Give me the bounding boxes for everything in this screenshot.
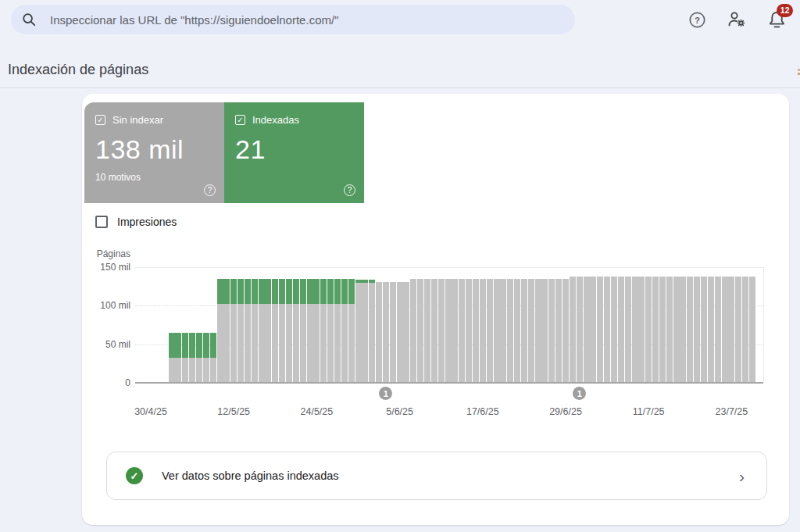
x-axis-label: 23/7/25: [704, 406, 759, 417]
check-circle-icon: [126, 467, 143, 484]
bar-sin-indexar: [577, 277, 583, 382]
url-inspection-search-bar[interactable]: [11, 5, 575, 34]
bar-indexadas: [245, 279, 251, 305]
bar-sin-indexar: [618, 277, 624, 382]
card-sublabel: 10 motivos: [95, 172, 213, 183]
notifications-button[interactable]: 12: [766, 9, 788, 30]
card-indexed[interactable]: Indexadas 21: [224, 102, 364, 203]
account-settings-button[interactable]: [726, 9, 748, 30]
annotation-marker[interactable]: 1: [379, 387, 392, 400]
y-tick: 100 mil: [82, 300, 130, 311]
bar-sin-indexar: [735, 277, 741, 382]
bar-indexadas: [196, 333, 202, 358]
bar-indexadas: [259, 279, 265, 305]
bar-sin-indexar: [584, 277, 590, 382]
bar-sin-indexar: [466, 279, 472, 382]
y-tick: 150 mil: [82, 262, 130, 273]
card-not-indexed[interactable]: Sin indexar 138 mil 10 motivos: [84, 102, 224, 203]
bar-sin-indexar: [570, 277, 576, 382]
checkbox-checked-icon[interactable]: [95, 115, 105, 125]
search-icon: [22, 12, 36, 27]
bar-indexadas: [320, 279, 327, 305]
y-tick: 50 mil: [82, 339, 130, 350]
bar-sin-indexar: [410, 279, 416, 382]
bar-indexadas: [293, 279, 299, 305]
bar-sin-indexar: [383, 282, 389, 382]
bar-sin-indexar: [286, 279, 292, 382]
notifications-count-badge: 12: [777, 4, 793, 17]
impressions-toggle[interactable]: Impresiones: [95, 216, 177, 228]
annotation-marker[interactable]: 1: [573, 387, 586, 400]
gridline: [135, 267, 763, 268]
bar-sin-indexar: [555, 279, 562, 382]
bar-sin-indexar: [452, 279, 458, 382]
bar-indexadas: [348, 279, 355, 305]
bar-sin-indexar: [632, 277, 638, 382]
bar-sin-indexar: [473, 279, 479, 382]
bar-indexadas: [355, 280, 362, 283]
bar-sin-indexar: [196, 333, 202, 382]
bar-sin-indexar: [597, 277, 603, 382]
page-title: Indexación de páginas: [8, 62, 148, 78]
bar-sin-indexar: [431, 279, 438, 382]
bar-sin-indexar: [182, 333, 188, 382]
bar-indexadas: [210, 333, 216, 358]
help-icon: ?: [688, 11, 706, 29]
bar-sin-indexar: [362, 280, 368, 382]
checkbox-unchecked-icon[interactable]: [95, 216, 108, 228]
help-icon[interactable]: [204, 184, 216, 196]
bar-indexadas: [230, 279, 237, 305]
bar-sin-indexar: [694, 277, 700, 382]
help-button[interactable]: ?: [686, 9, 708, 30]
bar-sin-indexar: [279, 279, 285, 382]
x-axis-label: 24/5/25: [289, 406, 344, 417]
title-divider: [0, 87, 800, 88]
page-indexing-panel: Sin indexar 138 mil 10 motivos Indexadas…: [82, 94, 789, 525]
bar-sin-indexar: [521, 279, 527, 382]
bar-indexadas: [175, 333, 181, 358]
bar-sin-indexar: [645, 277, 652, 382]
bar-sin-indexar: [245, 279, 251, 382]
bar-indexadas: [300, 279, 306, 305]
card-label: Sin indexar: [112, 114, 163, 126]
bar-sin-indexar: [500, 279, 506, 382]
bar-sin-indexar: [673, 277, 680, 382]
bar-sin-indexar: [742, 277, 748, 382]
bar-sin-indexar: [390, 282, 396, 382]
bar-indexadas: [279, 279, 285, 305]
y-axis-title: Páginas: [82, 248, 130, 259]
bar-sin-indexar: [320, 279, 327, 382]
help-icon[interactable]: [344, 184, 355, 196]
person-gear-icon: [727, 9, 747, 30]
bar-indexadas: [223, 279, 230, 305]
bar-sin-indexar: [722, 277, 728, 382]
view-indexed-pages-button[interactable]: Ver datos sobre páginas indexadas ›: [106, 452, 767, 500]
bar-sin-indexar: [175, 333, 181, 382]
bar-indexadas: [334, 279, 341, 305]
chevron-right-icon[interactable]: ›: [739, 468, 745, 484]
search-input[interactable]: [48, 12, 575, 27]
chart-plot-area: 11: [135, 267, 764, 383]
card-sublabel: [235, 172, 353, 183]
bar-indexadas: [182, 333, 188, 358]
bar-sin-indexar: [666, 277, 673, 382]
bar-sin-indexar: [445, 279, 452, 382]
svg-text:?: ?: [694, 15, 699, 24]
bar-sin-indexar: [259, 279, 265, 382]
x-axis-label: 12/5/25: [206, 406, 261, 417]
bar-sin-indexar: [403, 282, 409, 382]
bar-sin-indexar: [369, 280, 375, 382]
bar-indexadas: [327, 279, 334, 305]
bar-sin-indexar: [708, 277, 714, 382]
bar-sin-indexar: [590, 277, 596, 382]
bar-indexadas: [341, 279, 348, 305]
bar-sin-indexar: [397, 282, 403, 382]
bar-sin-indexar: [272, 279, 278, 382]
bar-sin-indexar: [417, 279, 423, 382]
bar-sin-indexar: [223, 279, 230, 382]
bar-sin-indexar: [210, 333, 216, 382]
bar-sin-indexar: [265, 279, 271, 382]
bar-indexadas: [272, 279, 278, 305]
bar-sin-indexar: [480, 279, 486, 382]
checkbox-checked-icon[interactable]: [235, 115, 245, 125]
